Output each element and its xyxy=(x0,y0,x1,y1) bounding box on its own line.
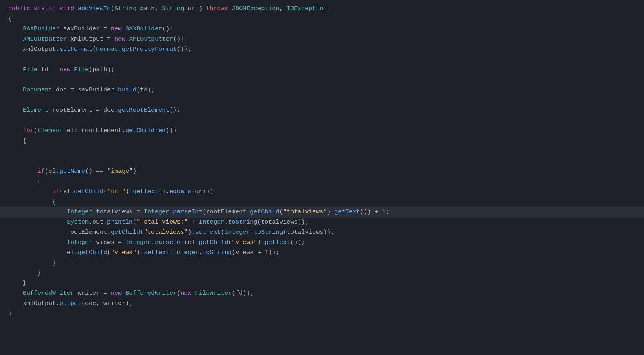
code-line-23: rootElement.getChild("totalviews").setTe… xyxy=(0,228,644,238)
code-line-18: { xyxy=(0,177,644,187)
code-line-3: SAXBuilder saxBuilder = new SAXBuilder()… xyxy=(0,24,644,35)
code-line-26: } xyxy=(0,258,644,268)
code-line-14: { xyxy=(0,136,644,146)
code-line-17: if(el.getName() == "image") xyxy=(0,167,644,177)
code-line-16 xyxy=(0,157,644,167)
keyword-void: void xyxy=(59,4,74,14)
code-line-7: File fd = new File(path); xyxy=(0,65,644,75)
code-line-22: System.out.println("Total views:" + Inte… xyxy=(0,218,644,228)
code-line-28: } xyxy=(0,279,644,289)
code-line-20: { xyxy=(0,197,644,207)
code-line-9: Document doc = saxBuilder.build(fd); xyxy=(0,85,644,96)
code-line-21: Integer totalviews = Integer.parseInt(ro… xyxy=(0,207,644,218)
code-line-1: public static void addViewTo(String path… xyxy=(0,4,644,14)
code-line-25: el.getChild("views").setText(Integer.toS… xyxy=(0,248,644,258)
code-line-15 xyxy=(0,146,644,157)
code-line-13: for(Element el: rootElement.getChildren(… xyxy=(0,126,644,136)
code-line-2: { xyxy=(0,14,644,24)
code-line-4: XMLOutputter xmlOutput = new XMLOutputte… xyxy=(0,35,644,45)
code-line-19: if(el.getChild("uri").getText().equals(u… xyxy=(0,187,644,197)
code-line-30: xmlOutput.output(doc, writer); xyxy=(0,299,644,309)
code-line-24: Integer views = Integer.parseInt(el.getC… xyxy=(0,238,644,248)
code-line-8 xyxy=(0,75,644,85)
code-line-10 xyxy=(0,96,644,106)
code-line-31: } xyxy=(0,309,644,319)
code-line-6 xyxy=(0,55,644,65)
code-editor: public static void addViewTo(String path… xyxy=(0,0,644,323)
code-line-29: BufferedWriter writer = new BufferedWrit… xyxy=(0,289,644,299)
code-line-27: } xyxy=(0,268,644,279)
code-line-12 xyxy=(0,116,644,126)
code-line-11: Element rootElement = doc.getRootElement… xyxy=(0,106,644,116)
method-name: addViewTo xyxy=(78,4,111,14)
keyword-public: public xyxy=(8,4,30,14)
code-line-5: xmlOutput.setFormat(Format.getPrettyForm… xyxy=(0,45,644,55)
keyword-static: static xyxy=(34,4,56,14)
